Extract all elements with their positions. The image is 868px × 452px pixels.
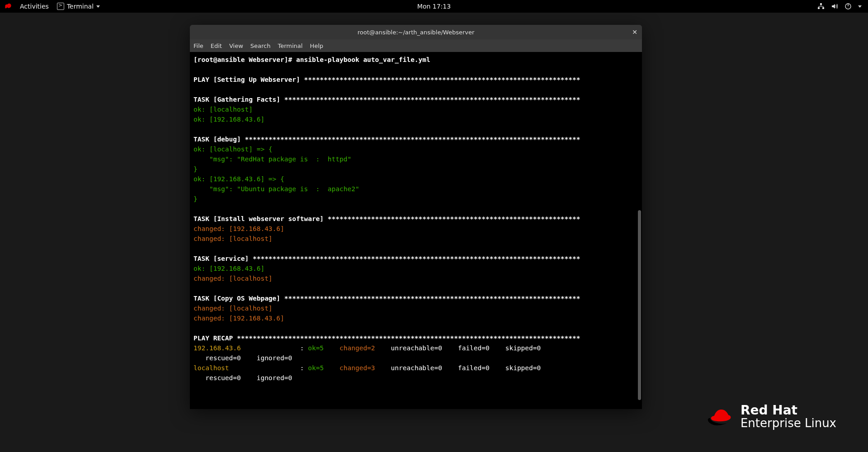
volume-icon[interactable] <box>831 3 838 10</box>
recap1-line2: rescued=0 ignored=0 <box>193 354 292 362</box>
terminal-app-indicator[interactable]: Terminal <box>57 3 100 10</box>
svg-rect-2 <box>822 7 824 9</box>
window-close-button[interactable]: ✕ <box>632 28 637 36</box>
menu-view[interactable]: View <box>229 42 243 49</box>
recap2-line2: rescued=0 ignored=0 <box>193 374 292 381</box>
changed-ip-1: changed: [192.168.43.6] <box>193 225 284 232</box>
ok-ip-2: ok: [192.168.43.6] <box>193 265 264 272</box>
activities-label: Activities <box>20 3 49 10</box>
window-titlebar[interactable]: root@ansible:~/arth_ansible/Webserver ✕ <box>190 25 642 39</box>
window-title: root@ansible:~/arth_ansible/Webserver <box>358 29 475 36</box>
task-debug-stars: ****************************************… <box>245 136 580 143</box>
task-copy-stars: ****************************************… <box>284 295 580 302</box>
changed-local-3: changed: [localhost] <box>193 305 273 312</box>
recap1-host: 192.168.43.6 <box>193 344 241 352</box>
recap1-rest: unreachable=0 failed=0 skipped=0 <box>375 344 541 352</box>
gnome-topbar: Activities Terminal Mon 17:13 <box>0 0 868 13</box>
debug-ip-msg: "msg": "Ubuntu package is : apache2" <box>193 185 359 193</box>
ok-localhost: ok: [localhost] <box>193 106 253 113</box>
task-service-stars: ****************************************… <box>253 255 580 262</box>
task-debug: TASK [debug] <box>193 136 245 143</box>
terminal-menubar: File Edit View Search Terminal Help <box>190 39 642 52</box>
close-icon: ✕ <box>632 28 637 36</box>
system-menu-caret-icon[interactable] <box>858 5 862 8</box>
network-icon[interactable] <box>817 3 825 10</box>
menu-search[interactable]: Search <box>250 42 271 49</box>
changed-local-2: changed: [localhost] <box>193 275 273 282</box>
recap1-sep: : <box>241 344 308 352</box>
redhat-brand: Red Hat Enterprise Linux <box>707 404 836 429</box>
ok-ip: ok: [192.168.43.6] <box>193 116 264 123</box>
recap2-ok: ok=5 <box>308 364 324 372</box>
terminal-icon <box>57 3 64 10</box>
recap2-sep: : <box>229 364 308 372</box>
svg-rect-1 <box>818 7 820 9</box>
terminal-app-label: Terminal <box>67 3 94 10</box>
activities-button[interactable]: Activities <box>20 3 49 10</box>
terminal-window: root@ansible:~/arth_ansible/Webserver ✕ … <box>190 25 642 409</box>
recap1-ok: ok=5 <box>308 344 324 352</box>
recap-header: PLAY RECAP <box>193 334 237 342</box>
clock-label: Mon 17:13 <box>417 3 451 10</box>
recap-stars: ****************************************… <box>237 334 580 342</box>
terminal-body[interactable]: [root@ansible Webserver]# ansible-playbo… <box>190 52 642 409</box>
task-service: TASK [service] <box>193 255 253 262</box>
recap2-sp1 <box>324 364 340 372</box>
changed-local-1: changed: [localhost] <box>193 235 273 242</box>
recap2-host: localhost <box>193 364 229 372</box>
task-install-stars: ****************************************… <box>328 215 580 222</box>
prompt-line: [root@ansible Webserver]# ansible-playbo… <box>193 56 430 63</box>
recap1-sp1 <box>324 344 340 352</box>
clock[interactable]: Mon 17:13 <box>417 3 451 10</box>
play-stars: ****************************************… <box>304 76 580 83</box>
redhat-hat-icon <box>707 406 732 428</box>
debug-local-close: } <box>193 165 198 173</box>
changed-ip-2: changed: [192.168.43.6] <box>193 315 284 322</box>
svg-rect-0 <box>820 3 822 5</box>
task-install: TASK [Install webserver software] <box>193 215 328 222</box>
recap2-changed: changed=3 <box>340 364 375 372</box>
recap1-changed: changed=2 <box>340 344 375 352</box>
menu-file[interactable]: File <box>193 42 203 49</box>
fedora-icon <box>5 2 12 11</box>
play-header: PLAY [Setting Up Webserver] <box>193 76 304 83</box>
svg-rect-4 <box>848 4 848 6</box>
menu-terminal[interactable]: Terminal <box>278 42 302 49</box>
debug-local-msg: "msg": "RedHat package is : httpd" <box>193 155 351 163</box>
task-facts: TASK [Gathering Facts] <box>193 96 284 103</box>
debug-ip-close: } <box>193 195 198 202</box>
power-icon[interactable] <box>844 3 852 10</box>
task-facts-stars: ****************************************… <box>284 96 580 103</box>
terminal-scrollbar[interactable] <box>638 210 641 400</box>
debug-local-open: ok: [localhost] => { <box>193 146 273 153</box>
menu-edit[interactable]: Edit <box>211 42 222 49</box>
chevron-down-icon <box>96 5 100 8</box>
debug-ip-open: ok: [192.168.43.6] => { <box>193 175 284 183</box>
brand-text-bottom: Enterprise Linux <box>741 417 836 429</box>
brand-text-top: Red Hat <box>741 404 836 417</box>
task-copy: TASK [Copy OS Webpage] <box>193 295 284 302</box>
menu-help[interactable]: Help <box>310 42 323 49</box>
recap2-rest: unreachable=0 failed=0 skipped=0 <box>375 364 541 372</box>
fedora-logo <box>5 2 12 11</box>
